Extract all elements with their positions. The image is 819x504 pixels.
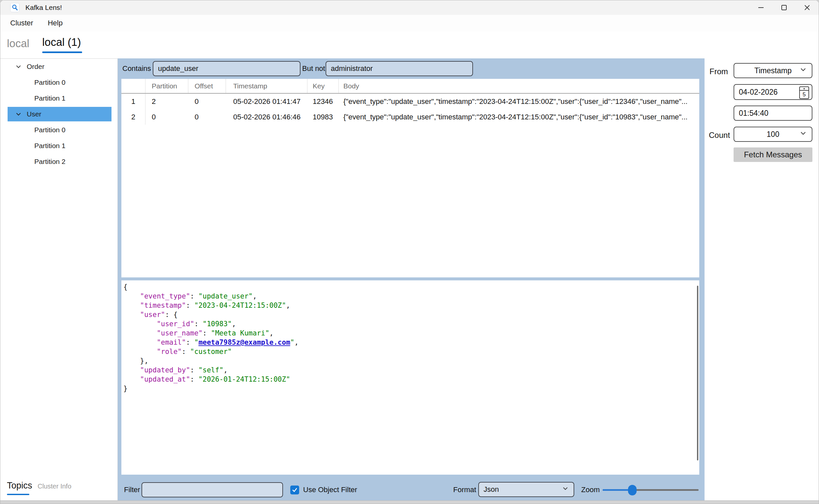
header-partition[interactable]: Partition [145, 79, 188, 93]
tree-item-order[interactable]: Order [0, 59, 117, 75]
tree-item-label: Partition 1 [34, 142, 66, 150]
time-value: 01:54:40 [739, 109, 769, 118]
app-window: Kafka Lens! Cluster Help local local (1) [0, 0, 819, 504]
count-label: Count [709, 131, 730, 140]
count-value: 100 [767, 130, 779, 139]
zoom-slider[interactable] [603, 475, 699, 504]
from-value: Timestamp [754, 66, 792, 75]
tree-item-label: Partition 1 [34, 94, 66, 102]
tree-item-label: Order [27, 63, 45, 71]
json-line: "user_id": "10983", [123, 319, 299, 329]
table-row[interactable]: 2 0 0 05-02-2026 01:46:46 10983 {"event_… [121, 109, 699, 125]
chevron-down-icon [799, 66, 807, 76]
cell-partition: 2 [145, 94, 188, 109]
format-value: Json [484, 485, 499, 494]
tree-item-user-partition-1[interactable]: Partition 1 [0, 138, 117, 154]
fetch-messages-button[interactable]: Fetch Messages [734, 147, 812, 162]
header-body[interactable]: Body [339, 79, 699, 93]
active-tab-underline [42, 51, 82, 53]
vertical-scrollbar[interactable] [697, 286, 698, 460]
use-object-filter-label: Use Object Filter [303, 482, 357, 497]
maximize-button[interactable] [772, 0, 796, 15]
calendar-icon-day: 5 [800, 91, 808, 98]
fetch-options-panel: From Timestamp 04-02-2026 5 01:54:40 Cou… [705, 58, 819, 504]
format-label: Format [453, 482, 476, 497]
from-label: From [709, 67, 728, 76]
but-not-input[interactable] [326, 61, 473, 76]
cell-offset: 0 [188, 109, 226, 125]
cell-row-number: 1 [121, 94, 145, 109]
tab-topics[interactable]: Topics [7, 481, 32, 491]
date-input[interactable]: 04-02-2026 5 [734, 84, 812, 100]
chevron-down-icon [799, 129, 807, 139]
window-bottom-edge [0, 500, 819, 504]
json-line: "updated_by": "self", [123, 365, 299, 375]
count-dropdown[interactable]: 100 [734, 127, 812, 142]
json-line: "event_type": "update_user", [123, 292, 299, 301]
messages-table: Partition Offset Timestamp Key Body 1 2 … [121, 79, 699, 277]
cell-timestamp: 05-02-2026 01:41:47 [226, 94, 307, 109]
time-input[interactable]: 01:54:40 [734, 106, 812, 121]
json-line: } [123, 384, 299, 393]
chevron-down-icon[interactable] [14, 62, 23, 71]
chevron-down-icon[interactable] [14, 110, 23, 118]
sidebar-bottom-tabs: Topics Cluster Info [0, 481, 117, 500]
close-button[interactable] [796, 0, 819, 15]
slider-thumb[interactable] [628, 485, 637, 495]
json-line: "role": "customer" [123, 347, 299, 356]
cell-key: 12346 [307, 94, 339, 109]
header-key[interactable]: Key [307, 79, 339, 93]
topics-sidebar: Order Partition 0 Partition 1 User Parti… [0, 58, 118, 504]
tab-local[interactable]: local [7, 37, 29, 50]
filter-label: Filter [124, 482, 140, 497]
tab-local-1[interactable]: local (1) [42, 36, 81, 48]
tree-item-label: Partition 0 [34, 126, 66, 134]
tab-cluster-info[interactable]: Cluster Info [38, 483, 71, 490]
tree-item-user-partition-0[interactable]: Partition 0 [0, 122, 117, 138]
zoom-label: Zoom [581, 482, 600, 497]
topic-tree: Order Partition 0 Partition 1 User Parti… [0, 59, 117, 170]
title-bar: Kafka Lens! [0, 0, 819, 15]
menu-item-help[interactable]: Help [45, 17, 65, 29]
json-line: { [123, 282, 299, 292]
format-dropdown[interactable]: Json [478, 482, 574, 497]
tree-item-order-partition-1[interactable]: Partition 1 [0, 90, 117, 106]
tree-item-order-partition-0[interactable]: Partition 0 [0, 75, 117, 90]
window-controls [749, 0, 819, 15]
message-browser-panel: Contains But not Partition Offset Timest… [118, 58, 705, 504]
menu-item-cluster[interactable]: Cluster [8, 17, 36, 29]
from-dropdown[interactable]: Timestamp [734, 63, 812, 78]
cell-timestamp: 05-02-2026 01:46:46 [226, 109, 307, 125]
cell-body: {"event_type":"update_user","timestamp":… [339, 109, 699, 125]
tree-item-user-selected[interactable]: User [0, 106, 117, 122]
filter-input[interactable] [142, 482, 283, 497]
header-row-number[interactable] [121, 79, 145, 93]
json-line: }, [123, 356, 299, 365]
header-offset[interactable]: Offset [188, 79, 226, 93]
json-line: "email": "meeta7985z@example.com", [123, 338, 299, 347]
minimize-button[interactable] [749, 0, 772, 15]
contains-label: Contains [122, 61, 151, 76]
topics-tab-underline [7, 494, 29, 495]
cell-offset: 0 [188, 94, 226, 109]
viewer-bottom-bar: Filter Use Object Filter Format Json Zoo… [118, 475, 705, 504]
use-object-filter-checkbox[interactable] [290, 486, 299, 494]
app-logo-lens-icon [10, 3, 19, 12]
menu-bar: Cluster Help [0, 15, 819, 31]
contains-input[interactable] [153, 61, 300, 76]
calendar-icon-header [800, 87, 808, 91]
json-line: "updated_at": "2026-01-24T12:15:00Z" [123, 375, 299, 384]
date-picker-calendar-icon[interactable]: 5 [799, 86, 809, 99]
json-line: "timestamp": "2023-04-24T12:15:00Z", [123, 301, 299, 310]
tree-item-label: Partition 0 [34, 79, 66, 86]
table-row[interactable]: 1 2 0 05-02-2026 01:41:47 12346 {"event_… [121, 94, 699, 109]
json-line: "user": { [123, 310, 299, 319]
json-viewer-code: { "event_type": "update_user", "timestam… [123, 282, 299, 393]
but-not-label: But not [302, 61, 325, 76]
date-value: 04-02-2026 [739, 88, 778, 97]
header-timestamp[interactable]: Timestamp [226, 79, 307, 93]
tree-item-user-partition-2[interactable]: Partition 2 [0, 154, 117, 170]
cell-body: {"event_type":"update_user","timestamp":… [339, 94, 699, 109]
table-header: Partition Offset Timestamp Key Body [121, 79, 699, 94]
chevron-down-icon [562, 485, 569, 494]
